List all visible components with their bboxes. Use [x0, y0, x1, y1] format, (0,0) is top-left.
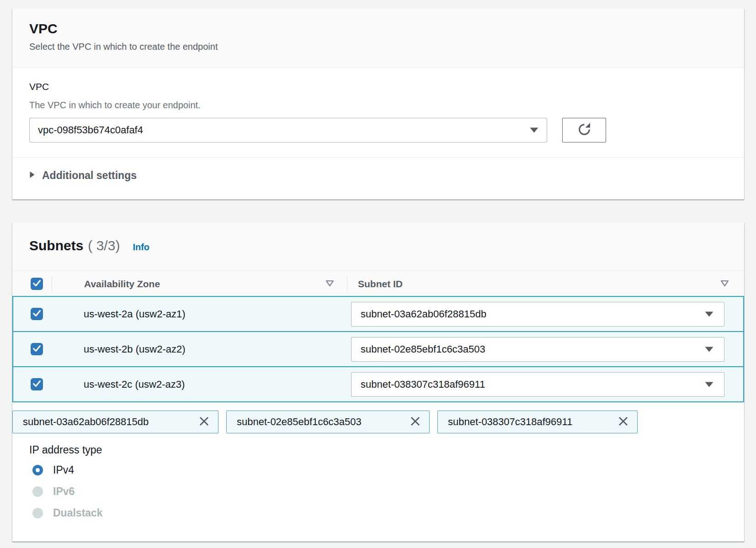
check-icon [33, 380, 41, 389]
refresh-button[interactable] [562, 118, 606, 142]
vpc-section-card: VPC Select the VPC in which to create th… [12, 9, 744, 200]
vpc-card-body: VPC The VPC in which to create your endp… [12, 68, 744, 142]
subnet-token: subnet-03a62ab06f28815db [12, 411, 218, 433]
radio-label: IPv6 [53, 485, 75, 498]
ip-option-ipv4: IPv4 [29, 463, 727, 477]
caret-down-icon [704, 308, 714, 320]
vpc-select-value: vpc-098f53b674c0afaf4 [38, 124, 143, 136]
remove-token-button[interactable] [198, 416, 210, 428]
row-checkbox[interactable] [31, 378, 43, 390]
sort-icon [720, 280, 729, 288]
close-icon [410, 416, 421, 428]
subnet-id-select[interactable]: subnet-03a62ab06f28815db [351, 302, 724, 327]
subnets-table-header: Availability Zone Subnet ID [12, 271, 744, 297]
caret-down-icon [529, 124, 539, 136]
table-row: us-west-2b (usw2-az2) subnet-02e85ebf1c6… [12, 331, 744, 367]
row-checkbox[interactable] [31, 343, 43, 355]
ip-address-type-section: IP address type IPv4 IPv6 Dualstack [12, 433, 744, 520]
subnets-card-header: Subnets ( 3/3) Info [12, 223, 744, 271]
subnets-selected-count: ( 3/3) [88, 238, 120, 253]
additional-settings-toggle[interactable]: Additional settings [29, 169, 727, 182]
radio-label: Dualstack [53, 507, 103, 519]
remove-token-button[interactable] [410, 416, 421, 428]
sort-subnet-id-button[interactable] [720, 280, 729, 288]
availability-zone-column-header: Availability Zone [84, 279, 160, 290]
subnet-id-select-value: subnet-038307c318af96911 [361, 379, 485, 390]
row-checkbox[interactable] [31, 308, 43, 320]
vpc-card-footer: Additional settings [12, 157, 744, 200]
table-row: us-west-2a (usw2-az1) subnet-03a62ab06f2… [12, 296, 744, 332]
close-icon [618, 416, 629, 428]
vpc-field-help: The VPC in which to create your endpoint… [29, 100, 727, 111]
vpc-select[interactable]: vpc-098f53b674c0afaf4 [29, 118, 547, 142]
caret-down-icon [704, 343, 714, 355]
vpc-card-title: VPC [29, 21, 727, 37]
ip-option-dualstack: Dualstack [29, 506, 727, 520]
check-icon [33, 280, 41, 288]
subnets-section-card: Subnets ( 3/3) Info Availability Zone Su… [12, 223, 744, 542]
select-all-checkbox[interactable] [31, 278, 43, 290]
subnet-token-label: subnet-03a62ab06f28815db [23, 416, 149, 428]
caret-right-icon [29, 171, 35, 180]
availability-zone-value: us-west-2b (usw2-az2) [84, 343, 186, 355]
close-icon [198, 416, 210, 428]
info-link[interactable]: Info [133, 242, 149, 253]
radio-button-disabled [32, 486, 43, 497]
subnet-id-column-header: Subnet ID [358, 279, 403, 290]
subnet-token-label: subnet-02e85ebf1c6c3a503 [237, 416, 362, 428]
additional-settings-label: Additional settings [42, 169, 137, 182]
check-icon [33, 310, 41, 318]
vpc-card-header: VPC Select the VPC in which to create th… [12, 9, 744, 68]
sort-availability-zone-button[interactable] [325, 280, 334, 288]
remove-token-button[interactable] [618, 416, 629, 428]
subnet-id-select-value: subnet-02e85ebf1c6c3a503 [361, 343, 485, 355]
radio-label: IPv4 [53, 464, 74, 476]
subnet-id-select[interactable]: subnet-02e85ebf1c6c3a503 [351, 337, 724, 362]
availability-zone-value: us-west-2a (usw2-az1) [84, 308, 186, 320]
subnet-token: subnet-02e85ebf1c6c3a503 [226, 411, 430, 433]
subnet-token-label: subnet-038307c318af96911 [448, 416, 572, 428]
availability-zone-value: us-west-2c (usw2-az3) [84, 379, 185, 390]
table-row: us-west-2c (usw2-az3) subnet-038307c318a… [12, 366, 744, 402]
refresh-icon [577, 122, 591, 138]
vpc-field-label: VPC [29, 81, 727, 92]
check-icon [33, 345, 41, 353]
radio-button-disabled [32, 508, 43, 518]
ip-option-ipv6: IPv6 [29, 485, 727, 498]
ip-address-type-label: IP address type [29, 443, 727, 456]
radio-button-selected[interactable] [32, 465, 43, 475]
selected-subnet-tokens: subnet-03a62ab06f28815db subnet-02e85ebf… [12, 411, 744, 433]
subnets-card-title: Subnets [29, 237, 83, 255]
caret-down-icon [704, 379, 714, 390]
vpc-card-description: Select the VPC in which to create the en… [29, 41, 727, 52]
subnet-token: subnet-038307c318af96911 [437, 411, 638, 433]
subnet-id-select-value: subnet-03a62ab06f28815db [361, 308, 486, 320]
subnet-id-select[interactable]: subnet-038307c318af96911 [351, 372, 724, 397]
sort-icon [325, 280, 334, 288]
